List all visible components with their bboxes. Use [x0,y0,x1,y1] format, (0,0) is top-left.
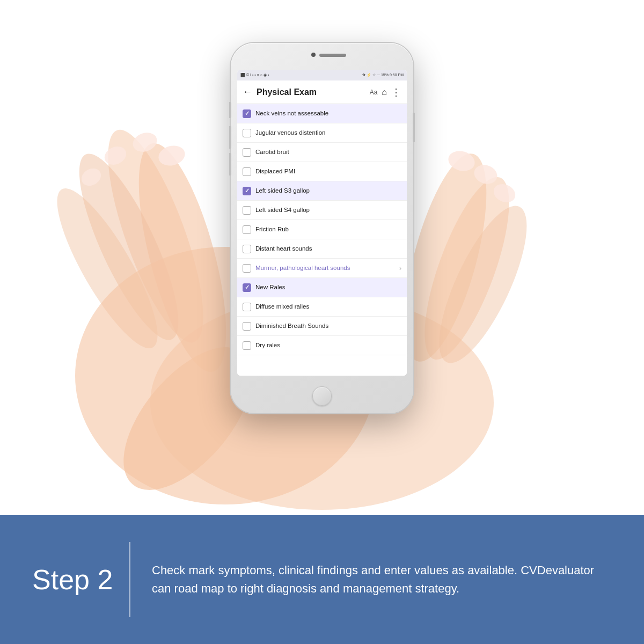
volume-up-button [229,126,231,149]
svg-point-2 [89,120,222,352]
power-button [413,113,415,142]
divider [129,542,130,617]
list-item[interactable]: Diffuse mixed ralles [237,297,407,317]
item-label: Dry rales [255,341,280,349]
checkbox[interactable]: ✓ [243,187,251,195]
step-label: Step 2 [32,564,107,596]
list-item[interactable]: Distant heart sounds [237,239,407,259]
list-item[interactable]: Jugular venous distention [237,123,407,143]
list-item[interactable]: Friction Rub [237,220,407,239]
checkmark-icon: ✓ [245,111,250,116]
list-item[interactable]: Diminished Breath Sounds [237,317,407,336]
back-button[interactable]: ← [243,86,252,98]
svg-point-11 [130,129,160,155]
speaker-grille [319,54,346,57]
phone-device: ⬛ © I ▪ ▪ ≡ ○ ◉ ▪ ✿ ⚡ ☆ ᐧᐧᐧ 15% 9:50 PM … [231,43,413,413]
svg-point-7 [408,168,526,369]
checkbox[interactable] [243,129,251,137]
item-label: Left sided S4 gallop [255,206,310,214]
checkbox[interactable] [243,341,251,350]
checkmark-icon: ✓ [245,188,250,194]
item-label: Distant heart sounds [255,245,312,253]
camera-dot [311,53,316,57]
checkbox[interactable] [243,322,251,331]
app-header: ← Physical Exam Aa ⌂ ⋮ [237,80,407,104]
checkbox[interactable] [243,264,251,273]
item-label: Friction Rub [255,225,289,233]
svg-point-15 [472,162,500,187]
list-item[interactable]: ✓Left sided S3 gallop [237,181,407,201]
list-item[interactable]: Carotid bruit [237,143,407,162]
checklist: ✓Neck veins not assessableJugular venous… [237,104,407,376]
home-button-icon[interactable]: ⌂ [382,87,387,97]
item-label: Jugular venous distention [255,129,325,137]
step-description: Check mark symptoms, clinical findings a… [152,561,612,598]
font-size-button[interactable]: Aa [370,89,378,96]
checkbox[interactable] [243,206,251,215]
list-item[interactable]: Displaced PMI [237,162,407,181]
svg-point-16 [491,181,518,206]
svg-point-14 [446,148,477,174]
item-label: Carotid bruit [255,148,289,156]
home-hardware-button[interactable] [312,386,332,406]
phone-outer: ⬛ © I ▪ ▪ ≡ ○ ◉ ▪ ✿ ⚡ ☆ ᐧᐧᐧ 15% 9:50 PM … [231,43,413,413]
page-title: Physical Exam [257,87,365,97]
checkbox[interactable]: ✓ [243,109,251,118]
svg-point-12 [101,143,129,169]
item-label: Diminished Breath Sounds [255,322,328,330]
chevron-right-icon: › [399,265,401,272]
status-right-icons: ✿ ⚡ ☆ ᐧᐧᐧ 15% 9:50 PM [362,73,404,77]
status-bar: ⬛ © I ▪ ▪ ≡ ○ ◉ ▪ ✿ ⚡ ☆ ᐧᐧᐧ 15% 9:50 PM [237,70,407,80]
item-label: Diffuse mixed ralles [255,303,309,311]
checkbox[interactable] [243,303,251,311]
item-label: Displaced PMI [255,167,295,175]
list-item[interactable]: ✓New Rales [237,278,407,297]
checkbox[interactable]: ✓ [243,283,251,292]
checkbox[interactable] [243,167,251,176]
checkbox[interactable] [243,245,251,253]
svg-point-13 [78,165,104,189]
list-item[interactable]: Dry rales [237,336,407,355]
main-area: ⬛ © I ▪ ▪ ≡ ○ ◉ ▪ ✿ ⚡ ☆ ᐧᐧᐧ 15% 9:50 PM … [0,0,644,515]
more-options-button[interactable]: ⋮ [391,86,401,98]
list-item[interactable]: ✓Neck veins not assessable [237,104,407,123]
volume-down-button [229,153,231,175]
silent-button [229,102,231,118]
svg-point-10 [156,143,187,169]
item-label: Left sided S3 gallop [255,187,310,195]
item-label: New Rales [255,283,286,291]
list-item[interactable]: Left sided S4 gallop [237,201,407,220]
bottom-bar: Step 2 Check mark symptoms, clinical fin… [0,515,644,644]
checkbox[interactable] [243,148,251,157]
list-item[interactable]: Murmur, pathological heart sounds› [237,259,407,278]
item-label: Murmur, pathological heart sounds [255,264,350,272]
item-label: Neck veins not assessable [255,109,328,118]
svg-point-3 [61,143,196,351]
status-left-icons: ⬛ © I ▪ ▪ ≡ ○ ◉ ▪ [240,73,269,77]
checkmark-icon: ✓ [245,284,250,290]
checkbox[interactable] [243,225,251,234]
svg-point-8 [422,195,544,374]
phone-screen: ⬛ © I ▪ ▪ ≡ ○ ◉ ▪ ✿ ⚡ ☆ ᐧᐧᐧ 15% 9:50 PM … [237,70,407,376]
svg-point-4 [41,177,174,359]
svg-point-1 [121,135,244,380]
